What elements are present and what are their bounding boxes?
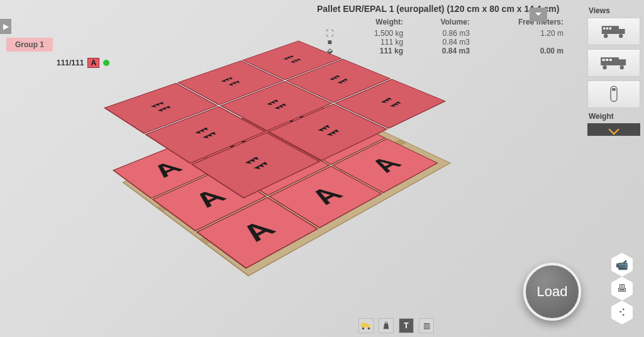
camera-icon: 📹 [616, 259, 628, 271]
stats-row: ⛶ 1,500 kg 0.86 m3 1.20 m [317, 29, 569, 38]
tool-label-button[interactable]: T [399, 318, 414, 333]
group-summary-row: 111/111 A [57, 58, 109, 68]
svg-point-9 [602, 65, 606, 69]
pallet-stats-table: Weight: Volume: Free meters: ⛶ 1,500 kg … [317, 18, 569, 55]
pallet-scene[interactable]: A A A A A A A A A ▾▾▾▾▾▾ ▾▾▾▾▾▾ ▾▾▾▾▾▾ ▾… [126, 38, 440, 314]
view-truck-side-button[interactable] [587, 18, 640, 45]
right-panel: Views Weight [587, 4, 640, 136]
weight-indicator[interactable] [587, 123, 640, 136]
status-ok-icon [103, 60, 109, 66]
svg-point-3 [619, 34, 623, 38]
group-tag[interactable]: Group 1 [6, 38, 53, 52]
svg-rect-12 [606, 59, 608, 61]
cell-free: 0.00 m [475, 47, 569, 55]
svg-rect-6 [609, 28, 611, 30]
svg-rect-1 [619, 29, 625, 34]
tool-grid-button[interactable]: ▥ [419, 318, 434, 333]
col-volume: Volume: [408, 18, 475, 29]
group-box-badge[interactable]: A [87, 58, 99, 68]
svg-rect-11 [602, 59, 605, 61]
svg-rect-0 [602, 26, 619, 34]
svg-rect-8 [619, 59, 626, 65]
cell-weight: 111 kg [342, 47, 408, 55]
expand-panel-button[interactable]: ▶ [0, 19, 11, 34]
pallet-icon: ⛶ [326, 29, 333, 38]
svg-point-19 [368, 328, 370, 330]
cell-volume: 0.84 m3 [408, 47, 475, 55]
cartload-icon: ⬙ [327, 47, 333, 55]
cell-volume: 0.84 m3 [408, 38, 475, 47]
view-top-button[interactable] [587, 80, 640, 108]
tool-weight-button[interactable] [379, 318, 394, 333]
views-heading: Views [589, 6, 639, 15]
bottom-toolbar: T ▥ [358, 318, 434, 333]
svg-point-2 [604, 34, 608, 38]
box-icon: ■ [327, 38, 331, 47]
col-weight: Weight: [342, 18, 408, 29]
weight-heading: Weight [589, 112, 639, 121]
camera-button[interactable]: 📹 [611, 253, 633, 277]
svg-rect-13 [609, 59, 612, 61]
pallet-select-dropdown[interactable] [530, 8, 547, 21]
svg-rect-5 [606, 28, 608, 30]
cell-weight: 111 kg [342, 38, 408, 47]
viewport-3d[interactable]: A A A A A A A A A ▾▾▾▾▾▾ ▾▾▾▾▾▾ ▾▾▾▾▾▾ ▾… [0, 0, 644, 337]
pallet-info-panel: Pallet EUR/EPAL 1 (europallet) (120 cm x… [317, 4, 569, 55]
share-button[interactable]: ⠪ [611, 301, 633, 324]
svg-point-18 [362, 328, 365, 330]
cell-free: 1.20 m [475, 29, 569, 38]
tool-truck-button[interactable] [358, 318, 374, 333]
svg-rect-4 [603, 28, 605, 30]
cell-weight: 1,500 kg [342, 29, 408, 38]
svg-point-10 [620, 65, 624, 69]
svg-rect-15 [612, 88, 616, 91]
share-icon: ⠪ [618, 307, 626, 319]
printer-icon: 🖶 [617, 283, 627, 294]
stats-row-total: ⬙ 111 kg 0.84 m3 0.00 m [317, 47, 569, 55]
col-free: Free meters: [475, 18, 569, 29]
load-button[interactable]: Load [523, 263, 581, 321]
print-button[interactable]: 🖶 [611, 277, 633, 301]
svg-rect-17 [367, 324, 370, 328]
cell-volume: 0.86 m3 [408, 29, 475, 38]
cell-free [475, 38, 569, 47]
view-truck-rear-button[interactable] [587, 49, 640, 77]
stats-row: ■ 111 kg 0.84 m3 [317, 38, 569, 47]
svg-rect-7 [601, 57, 619, 65]
svg-rect-16 [361, 323, 367, 328]
group-count: 111/111 [57, 58, 84, 67]
